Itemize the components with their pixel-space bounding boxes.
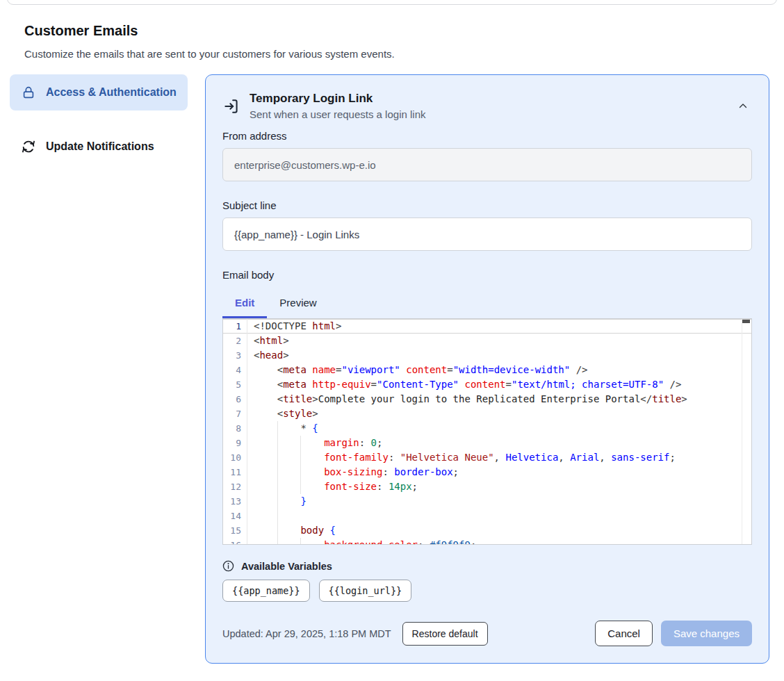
line-number: 15: [223, 523, 247, 538]
editor-scrollbar-thumb[interactable]: [742, 320, 750, 323]
info-icon: [222, 560, 234, 572]
code-line[interactable]: 14: [223, 509, 751, 523]
line-number: 2: [223, 334, 247, 348]
previous-card-bottom-edge: [7, 0, 777, 5]
indent-guide: [277, 494, 278, 509]
indent-guide: [300, 538, 301, 545]
line-number: 12: [223, 479, 247, 494]
line-number: 11: [223, 465, 247, 479]
code-line[interactable]: 9 margin: 0;: [223, 436, 751, 450]
code-line[interactable]: 10 font-family: "Helvetica Neue", Helvet…: [223, 450, 751, 465]
sidebar-item-label: Update Notifications: [46, 138, 154, 155]
line-number: 3: [223, 348, 247, 363]
updated-timestamp: Updated: Apr 29, 2025, 1:18 PM MDT: [222, 628, 391, 639]
section-title: Temporary Login Link: [250, 92, 425, 106]
code-line[interactable]: 13 }: [223, 494, 751, 509]
code-line[interactable]: 12 font-size: 14px;: [223, 479, 751, 494]
code-line[interactable]: 8 * {: [223, 421, 751, 436]
indent-guide: [277, 479, 278, 494]
line-number: 6: [223, 392, 247, 407]
indent-guide: [277, 450, 278, 465]
page-title: Customer Emails: [24, 23, 760, 39]
code-line[interactable]: 16 background-color: #f9f9f9;: [223, 538, 751, 545]
line-number: 5: [223, 377, 247, 392]
email-body-tabs: Edit Preview: [222, 290, 752, 318]
from-address-label: From address: [222, 130, 752, 142]
indent-guide: [277, 436, 278, 450]
from-address-input[interactable]: [222, 148, 752, 181]
sidebar-item-access-authentication[interactable]: Access & Authentication: [10, 74, 188, 110]
tab-preview[interactable]: Preview: [267, 290, 329, 318]
indent-guide: [277, 421, 278, 436]
line-number: 14: [223, 509, 247, 523]
page-header: Customer Emails Customize the emails tha…: [0, 0, 784, 60]
code-line[interactable]: 5 <meta http-equiv="Content-Type" conten…: [223, 377, 751, 392]
panel-header-text: Temporary Login Link Sent when a user re…: [250, 92, 425, 120]
line-number: 16: [223, 538, 247, 545]
chevron-up-icon: [737, 100, 749, 113]
indent-guide: [300, 436, 301, 450]
refresh-icon: [21, 139, 36, 154]
collapse-section-button[interactable]: [734, 97, 752, 115]
editor-scrollbar[interactable]: [742, 319, 751, 544]
line-number: 1: [223, 319, 247, 334]
login-icon: [222, 97, 240, 115]
code-editor-lines: 1<!DOCTYPE html>2<html>3<head>4 <meta na…: [223, 319, 751, 545]
subject-line-input[interactable]: [222, 218, 752, 251]
sidebar: Access & Authentication Update Notificat…: [10, 74, 188, 165]
code-line[interactable]: 3<head>: [223, 348, 751, 363]
sidebar-item-update-notifications[interactable]: Update Notifications: [10, 129, 188, 165]
indent-guide: [277, 465, 278, 479]
code-line[interactable]: 4 <meta name="viewport" content="width=d…: [223, 363, 751, 377]
lock-icon: [21, 85, 36, 100]
main-layout: Access & Authentication Update Notificat…: [0, 74, 784, 664]
line-number: 9: [223, 436, 247, 450]
restore-default-button[interactable]: Restore default: [402, 622, 488, 646]
subject-line-label: Subject line: [222, 199, 752, 211]
temporary-login-link-panel: Temporary Login Link Sent when a user re…: [205, 74, 769, 664]
email-body-label: Email body: [222, 269, 752, 281]
panel-header: Temporary Login Link Sent when a user re…: [222, 92, 752, 120]
code-line[interactable]: 15 body {: [223, 523, 751, 538]
line-number: 7: [223, 407, 247, 421]
line-number: 13: [223, 494, 247, 509]
variable-chip[interactable]: {{app_name}}: [222, 580, 310, 602]
section-subtitle: Sent when a user requests a login link: [250, 108, 425, 120]
code-editor[interactable]: 1<!DOCTYPE html>2<html>3<head>4 <meta na…: [222, 318, 752, 545]
code-line[interactable]: 11 box-sizing: border-box;: [223, 465, 751, 479]
line-number: 8: [223, 421, 247, 436]
line-number: 10: [223, 450, 247, 465]
page-subtitle: Customize the emails that are sent to yo…: [24, 48, 760, 60]
indent-guide: [277, 509, 278, 523]
available-variables-label: Available Variables: [241, 561, 332, 572]
indent-guide: [277, 538, 278, 545]
sidebar-item-label: Access & Authentication: [46, 84, 177, 101]
indent-guide: [300, 479, 301, 494]
indent-guide: [277, 523, 278, 538]
indent-guide: [300, 465, 301, 479]
code-line[interactable]: 1<!DOCTYPE html>: [223, 319, 751, 334]
code-line[interactable]: 2<html>: [223, 334, 751, 348]
variable-chips: {{app_name}}{{login_url}}: [222, 580, 752, 602]
code-line[interactable]: 7 <style>: [223, 407, 751, 421]
panel-footer: Updated: Apr 29, 2025, 1:18 PM MDT Resto…: [222, 621, 752, 646]
indent-guide: [300, 450, 301, 465]
variable-chip[interactable]: {{login_url}}: [319, 580, 412, 602]
line-number: 4: [223, 363, 247, 377]
cancel-button[interactable]: Cancel: [595, 621, 653, 646]
code-line[interactable]: 6 <title>Complete your login to the Repl…: [223, 392, 751, 407]
tab-edit[interactable]: Edit: [222, 290, 267, 318]
save-changes-button[interactable]: Save changes: [661, 621, 752, 646]
available-variables-row: Available Variables: [222, 560, 752, 572]
